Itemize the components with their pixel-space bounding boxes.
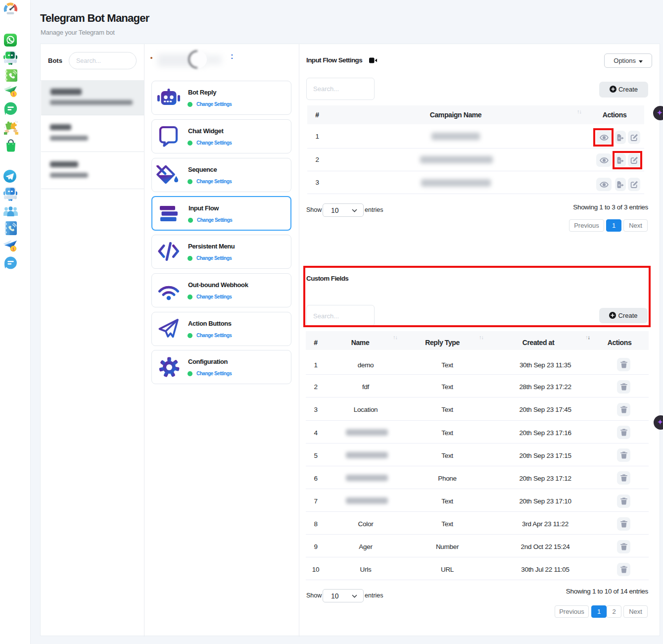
svg-text:1: 1 xyxy=(12,92,15,97)
svg-text:1: 1 xyxy=(12,247,14,251)
